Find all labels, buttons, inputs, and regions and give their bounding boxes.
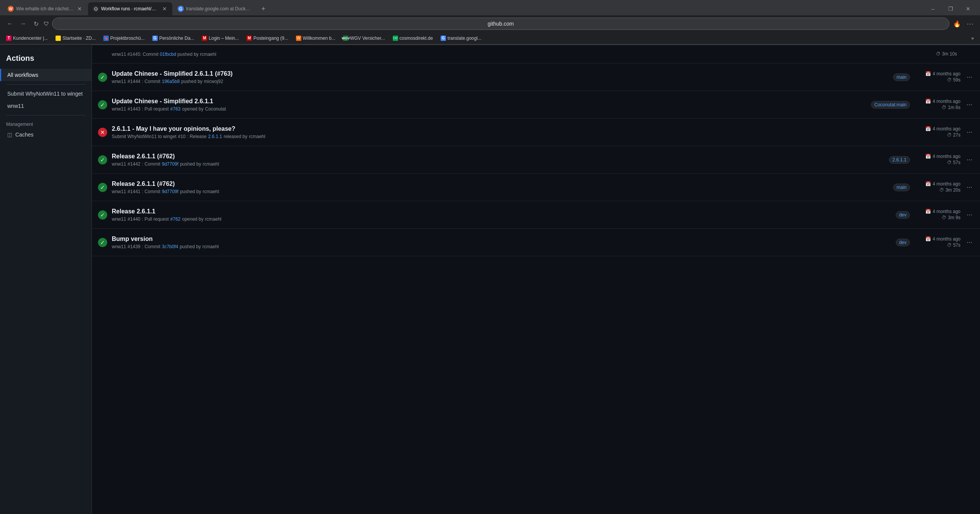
refresh-button[interactable]: ↻ (31, 18, 41, 29)
wf2-actor: Coconutat (205, 106, 226, 112)
bookmarks-more[interactable]: » (968, 35, 977, 42)
workflow-menu-wf7[interactable]: ··· (965, 237, 974, 248)
wf4-action: : Commit (142, 161, 160, 167)
bookmark-projekt[interactable]: 🔖 Projektbroschü... (100, 35, 148, 42)
wf2-run: wnw11 (112, 106, 126, 112)
wf2-commit[interactable]: #763 (170, 106, 181, 112)
wf4-commit[interactable]: 9d7709f (162, 161, 178, 167)
firefox-menu[interactable]: 🔥 (952, 18, 962, 29)
bookmark-cosmos[interactable]: CD cosmosdirekt.de (390, 35, 436, 42)
wf2-duration: 1m 6s (948, 105, 960, 110)
workflow-meta-wf7: wnw11 #1439 : Commit 3c7b0f4 pushed by r… (112, 244, 891, 249)
bookmark-willkommen-label: Willkommen b... (303, 36, 335, 41)
wf3-commit[interactable]: 2.6.1.1 (208, 134, 222, 139)
address-bar[interactable]: github.com (52, 18, 949, 30)
tab-bar: W Wie erhalte ich die nächste Version ✕ … (0, 0, 980, 15)
sidebar: Actions All workflows Submit WhyNotWin11… (0, 45, 92, 514)
workflow-menu-wf3[interactable]: ··· (965, 127, 974, 138)
wf7-cal-icon: 📅 (925, 236, 931, 242)
workflow-badge-wf4[interactable]: 2.6.1.1 (889, 156, 910, 164)
nav-bar: ← → ↻ 🛡 github.com 🔥 ⋯ (0, 15, 980, 32)
wf5-actor: rcmaehl (203, 189, 219, 194)
close-button[interactable]: ✕ (959, 1, 977, 16)
sidebar-item-wnw11[interactable]: wnw11 (0, 100, 91, 112)
workflow-time-wf3: 📅 4 months ago ⏱ 27s (915, 126, 960, 138)
wnw11-label: wnw11 (7, 103, 24, 109)
workflow-menu-wf4[interactable]: ··· (965, 154, 974, 165)
wf1-run-number: #1444 (127, 79, 140, 84)
sidebar-item-submit-winget[interactable]: Submit WhyNotWin11 to winget (0, 88, 91, 100)
tab-2[interactable]: ⬡ Workflow runs · rcmaehl/WhyNo ✕ (88, 2, 172, 15)
wf1-action: : Commit (142, 79, 160, 84)
wf6-cal-icon: 📅 (925, 209, 931, 214)
sidebar-item-all-workflows[interactable]: All workflows (0, 69, 91, 81)
workflow-time-wf1: 📅 4 months ago ⏱ 59s (915, 71, 960, 83)
browser-menu[interactable]: ⋯ (965, 18, 975, 29)
wf1-cal-icon: 📅 (925, 71, 931, 76)
workflow-meta-wf6: wnw11 #1440 : Pull request #762 opened b… (112, 216, 891, 222)
minimize-button[interactable]: – (924, 1, 942, 16)
workflow-title-wf2[interactable]: Update Chinese - Simplified 2.6.1.1 (112, 98, 866, 105)
tab-2-favicon: ⬡ (93, 6, 99, 12)
tab-1-close[interactable]: ✕ (77, 6, 83, 12)
tab-2-close[interactable]: ✕ (162, 6, 168, 12)
forward-button[interactable]: → (18, 18, 28, 29)
maximize-button[interactable]: ❐ (942, 1, 959, 16)
wf7-commit[interactable]: 3c7b0f4 (162, 244, 178, 249)
partial-commit-hash[interactable]: 01fbcbd (160, 52, 176, 57)
workflow-title-wf3[interactable]: 2.6.1.1 - May I have your opinions, plea… (112, 125, 875, 132)
wf4-run-number: #1442 (127, 161, 140, 167)
wf4-run: wnw11 (112, 161, 126, 167)
bookmark-kundencenter-label: Kundencenter |... (13, 36, 48, 41)
workflow-menu-wf2[interactable]: ··· (965, 99, 974, 110)
status-icon-wf6: ✓ (98, 210, 107, 220)
workflow-title-wf6[interactable]: Release 2.6.1.1 (112, 208, 891, 215)
bookmark-translate[interactable]: G translate.googl... (438, 35, 485, 42)
bookmark-kundencenter[interactable]: T Kundencenter |... (3, 35, 51, 42)
wf3-released: released by (224, 134, 247, 139)
sidebar-item-caches[interactable]: ◫ Caches (0, 128, 91, 141)
workflow-menu-wf5[interactable]: ··· (965, 182, 974, 193)
workflow-title-wf7[interactable]: Bump version (112, 236, 891, 242)
workflow-menu-wf6[interactable]: ··· (965, 209, 974, 220)
wf1-run: wnw11 (112, 79, 126, 84)
workflow-info-wf6: Release 2.6.1.1 wnw11 #1440 : Pull reque… (112, 208, 891, 222)
bookmark-persoenlich-label: Persönliche Da... (159, 36, 194, 41)
tab-1[interactable]: W Wie erhalte ich die nächste Version ✕ (3, 2, 87, 15)
bookmark-login[interactable]: M Login – Mein... (199, 35, 242, 42)
bookmark-persoenlich[interactable]: G Persönliche Da... (149, 35, 197, 42)
browser-chrome: W Wie erhalte ich die nächste Version ✕ … (0, 0, 980, 45)
bookmark-wgv[interactable]: WGV WGV Versicher... (340, 35, 388, 42)
tab-3[interactable]: G translate.google.com at DuckDuckGo (173, 2, 257, 15)
workflow-title-wf5[interactable]: Release 2.6.1.1 (#762) (112, 181, 889, 187)
workflow-row-wf4: ✓ Release 2.6.1.1 (#762) wnw11 #1442 : C… (92, 146, 980, 174)
wf1-commit[interactable]: 196a5b8 (162, 79, 180, 84)
status-icon-wf2: ✓ (98, 100, 107, 109)
bookmark-willkommen[interactable]: W Willkommen b... (293, 35, 338, 42)
bookmark-posteingang[interactable]: M Posteingang (9... (243, 35, 291, 42)
wf2-action: : Pull request (142, 106, 169, 112)
wf6-commit[interactable]: #762 (170, 216, 181, 222)
bookmark-startseite[interactable]: ⭐ Startseite · ZD... (52, 35, 99, 42)
workflow-badge-wf6[interactable]: dev (896, 211, 910, 219)
workflow-title-wf1[interactable]: Update Chinese - Simplified 2.6.1.1 (#76… (112, 70, 889, 77)
bookmark-cosmos-label: cosmosdirekt.de (400, 36, 433, 41)
workflow-row-wf2: ✓ Update Chinese - Simplified 2.6.1.1 wn… (92, 91, 980, 119)
workflow-badge-wf7[interactable]: dev (896, 239, 910, 246)
workflow-menu-wf1[interactable]: ··· (965, 72, 974, 83)
bookmarks-more-icon: » (971, 36, 974, 41)
workflow-badge-wf1[interactable]: main (893, 73, 910, 81)
wf5-cal-icon: 📅 (925, 181, 931, 187)
workflow-badge-wf5[interactable]: main (893, 184, 910, 191)
wf5-commit[interactable]: 9d7709f (162, 189, 178, 194)
partial-commit-label: wnw11 #1445: Commit (112, 52, 160, 57)
wf4-actor: rcmaehl (203, 161, 219, 167)
tab-1-favicon: W (8, 6, 14, 12)
partial-top-row: wnw11 #1445: Commit 01fbcbd pushed by rc… (92, 45, 980, 63)
back-button[interactable]: ← (5, 18, 15, 29)
status-icon-wf3: ✕ (98, 128, 107, 137)
workflow-badge-wf2[interactable]: Coconutat:main (871, 101, 910, 109)
new-tab-button[interactable]: + (258, 3, 269, 14)
wf2-time-ago: 4 months ago (933, 99, 960, 104)
workflow-title-wf4[interactable]: Release 2.6.1.1 (#762) (112, 153, 884, 160)
